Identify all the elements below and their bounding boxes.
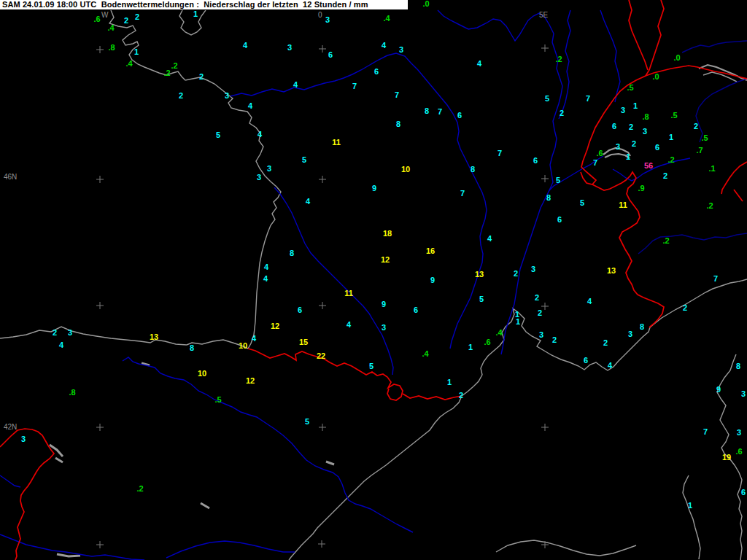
station-value: .9 bbox=[638, 184, 644, 192]
graticule-label: W bbox=[101, 12, 108, 19]
station-value: 3 bbox=[267, 165, 271, 173]
station-value: 8 bbox=[471, 166, 475, 174]
station-value: .2 bbox=[171, 62, 177, 70]
station-value: 3 bbox=[21, 435, 26, 443]
station-value: 4 bbox=[248, 102, 252, 110]
doubs-river bbox=[600, 10, 620, 102]
graticule-cross bbox=[319, 302, 326, 309]
station-value: 13 bbox=[607, 267, 616, 275]
rhine-river bbox=[682, 41, 747, 52]
title-bar: SAM 24.01.09 18:00 UTC Bodenwettermeldun… bbox=[0, 0, 409, 10]
station-value: .6 bbox=[93, 15, 100, 23]
station-value: 9 bbox=[716, 386, 721, 394]
corsica-west-coastline bbox=[683, 475, 700, 559]
station-value: 8 bbox=[546, 194, 551, 202]
station-value: 22 bbox=[317, 352, 325, 360]
spain-left-river bbox=[0, 475, 20, 487]
station-value: 6 bbox=[298, 306, 302, 314]
station-value: .4 bbox=[495, 329, 502, 337]
station-value: 2 bbox=[629, 123, 633, 131]
spain-west-border bbox=[0, 429, 54, 560]
station-value: 18 bbox=[383, 230, 392, 238]
graticule-cross bbox=[541, 303, 549, 310]
station-value: 2 bbox=[199, 73, 204, 81]
graticule-label: 5E bbox=[539, 12, 548, 19]
station-value: .2 bbox=[163, 69, 170, 77]
spain-north-coastline bbox=[0, 327, 248, 349]
station-value: 1 bbox=[626, 153, 630, 161]
station-value: 6 bbox=[612, 122, 616, 131]
graticule-cross bbox=[319, 45, 326, 52]
station-value: .4 bbox=[422, 350, 428, 358]
meuse-river bbox=[559, 10, 570, 119]
station-value: 3 bbox=[257, 174, 261, 182]
station-value: 6 bbox=[557, 216, 562, 224]
station-value: 6 bbox=[533, 157, 538, 165]
station-value: 3 bbox=[539, 331, 543, 339]
station-value: 3 bbox=[287, 44, 292, 52]
station-value: 11 bbox=[619, 201, 627, 209]
station-value: 4 bbox=[258, 131, 262, 139]
station-value: 2 bbox=[663, 172, 667, 180]
station-value: 9 bbox=[382, 300, 386, 308]
station-value: .8 bbox=[642, 113, 649, 121]
station-value: 8 bbox=[425, 107, 429, 115]
station-value: 2 bbox=[459, 392, 463, 400]
station-value: 15 bbox=[299, 338, 308, 346]
station-value: 6 bbox=[741, 489, 746, 497]
station-value: 7 bbox=[460, 190, 465, 198]
station-value: 1 bbox=[447, 378, 452, 386]
station-value: 8 bbox=[396, 120, 400, 128]
station-value: .0 bbox=[422, 0, 429, 8]
station-value: 7 bbox=[395, 91, 399, 99]
graticule-cross bbox=[96, 46, 104, 53]
station-value: 13 bbox=[150, 333, 158, 341]
station-value: 7 bbox=[498, 149, 502, 158]
station-value: .2 bbox=[136, 485, 143, 493]
station-value: 4 bbox=[487, 235, 492, 243]
station-value: 2 bbox=[514, 270, 518, 278]
station-value: 4 bbox=[264, 263, 268, 271]
station-value: 12 bbox=[246, 377, 255, 385]
station-value: 4 bbox=[263, 275, 268, 283]
reservoir-mark-4 bbox=[201, 503, 209, 508]
station-value: 12 bbox=[381, 256, 390, 264]
rhine-jura-border bbox=[581, 0, 664, 184]
brittany-biscay-coastline bbox=[109, 10, 281, 349]
station-value: 6 bbox=[457, 112, 462, 120]
station-value: 4 bbox=[587, 298, 592, 306]
station-value: .2 bbox=[667, 156, 674, 164]
station-value: .4 bbox=[125, 60, 132, 68]
map-lines-layer bbox=[0, 0, 747, 560]
station-value: 5 bbox=[580, 199, 584, 207]
station-value: .7 bbox=[696, 147, 703, 155]
station-value: 13 bbox=[475, 271, 484, 279]
station-value: .1 bbox=[708, 165, 715, 173]
station-value: 8 bbox=[736, 362, 740, 370]
station-value: 3 bbox=[643, 128, 647, 136]
station-value: 3 bbox=[399, 46, 403, 54]
station-value: 4 bbox=[293, 81, 298, 89]
station-value: 3 bbox=[382, 324, 386, 332]
station-value: 3 bbox=[68, 329, 72, 337]
station-value: 11 bbox=[344, 289, 353, 298]
graticule-cross bbox=[318, 540, 325, 548]
station-value: .5 bbox=[670, 112, 677, 120]
station-value: .6 bbox=[484, 338, 490, 346]
station-value: .0 bbox=[652, 73, 659, 81]
po-river bbox=[638, 233, 747, 254]
graticule-cross bbox=[541, 44, 549, 52]
graticule-cross bbox=[319, 176, 326, 183]
graticule-cross bbox=[541, 175, 549, 182]
graticule-cross bbox=[319, 424, 326, 431]
graticule-label: 42N bbox=[4, 424, 17, 431]
swiss-italy-border-2 bbox=[734, 190, 743, 201]
station-value: 6 bbox=[374, 68, 379, 76]
station-value: .0 bbox=[673, 54, 680, 62]
station-value: 4 bbox=[608, 362, 612, 370]
station-value: 4 bbox=[477, 60, 481, 68]
weather-map: 46N42NW05E 22114432253364367478768445337… bbox=[0, 0, 747, 560]
graticule-cross bbox=[96, 302, 104, 309]
aare-river bbox=[696, 79, 747, 142]
station-value: 19 bbox=[722, 454, 731, 462]
